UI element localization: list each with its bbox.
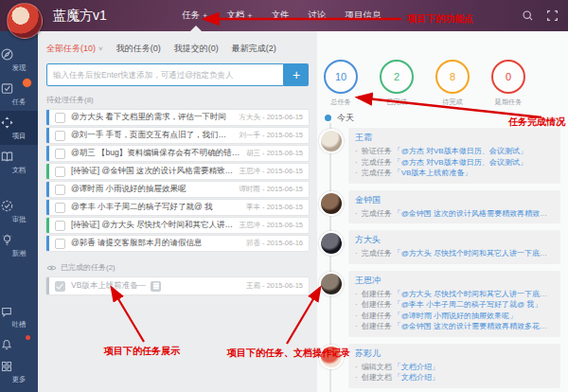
- feed-action-target[interactable]: 「@方杰 对VB版本做日历、会议测试」: [394, 147, 527, 155]
- stat-label: 总任务: [324, 98, 358, 107]
- task-row[interactable]: @刘一手 手哥，页面交互有点旧了，我们需要更新一套交互效果刘一手 - 2015-…: [46, 128, 309, 143]
- task-meta: 王思冲 - 2015-06-15: [239, 167, 303, 176]
- feed-action-verb: 完成任务: [362, 209, 392, 218]
- tab-我的任务(0)[interactable]: 我的任务(0): [116, 43, 161, 55]
- feed-action-target[interactable]: 「@金钟国 这次的设计需要精致再精致多花一点时间磨」: [394, 322, 554, 330]
- feed-user-name[interactable]: 王霜: [355, 132, 554, 144]
- app-window: 蓝魔方v1 任务+文档+文件讨论项目信息 发现任务项目文档审批新潮 吐槽更多 全…: [0, 0, 568, 392]
- new-task-input[interactable]: [46, 63, 284, 86]
- more-icon: [0, 360, 38, 373]
- sidebar-footer-item-bell[interactable]: [0, 333, 38, 355]
- feed-action-target[interactable]: 「文档介绍」: [394, 363, 439, 371]
- feed-action: ·创建任务「@谭时雨 小雨说好的抽屉效果呢」: [355, 311, 554, 322]
- avatar[interactable]: [319, 129, 344, 153]
- nav-tab-任务[interactable]: 任务+: [182, 9, 207, 22]
- task-checkbox[interactable]: [55, 131, 65, 141]
- sidebar-footer-item-更多[interactable]: 更多: [0, 355, 38, 388]
- task-row[interactable]: @郭香 请提交客服部本月的请假信息郭香 - 2015-06-16: [46, 236, 309, 251]
- sidebar-item-label: 更多: [2, 374, 37, 383]
- tasks-panel: 全部任务(10)˅我的任务(0)我提交的(0)最新完成(2) + 待处理任务(8…: [38, 31, 317, 392]
- avatar[interactable]: [319, 231, 344, 256]
- docs-icon: [0, 150, 38, 164]
- task-checkbox-checked[interactable]: [55, 281, 65, 292]
- task-checkbox[interactable]: [55, 149, 65, 159]
- task-row[interactable]: @胡三 【bug】资料编辑保存会有不明确的错误提示胡三 - 2015-06-15: [46, 146, 309, 161]
- sidebar-item-文档[interactable]: 文档: [0, 145, 38, 179]
- task-row[interactable]: @谭时雨 小雨说好的抽屉效果呢谭时雨 - 2015-06-15: [46, 182, 309, 197]
- plus-icon[interactable]: +: [203, 11, 207, 21]
- sidebar-item-任务[interactable]: 任务: [0, 77, 38, 111]
- stat-延期任务[interactable]: 0延期任务: [490, 60, 526, 107]
- sidebar-item-审批[interactable]: 审批: [0, 194, 38, 228]
- compass-icon: [0, 47, 38, 62]
- active-tab-pointer: [190, 26, 202, 31]
- task-meta: 李丰 - 2015-06-15: [246, 203, 303, 212]
- feed-action-verb: 完成任务: [362, 158, 392, 167]
- sidebar-item-发现[interactable]: 发现: [0, 43, 38, 77]
- bullet: ·: [355, 290, 358, 298]
- bullet: ·: [355, 312, 358, 320]
- task-checkbox[interactable]: [55, 239, 65, 249]
- feed-user-name[interactable]: 方大头: [355, 234, 554, 246]
- tab-最新完成(2)[interactable]: 最新完成(2): [232, 43, 276, 55]
- task-checkbox[interactable]: [55, 167, 65, 177]
- feed-action: ·完成任务「@方大头 尽快找个时间和其它人讲一下底层的架构」: [355, 248, 554, 259]
- feed-action-target[interactable]: 「@方杰 对VB版本做日历、会议测试」: [394, 158, 527, 167]
- task-row[interactable]: @方大头 看下文档里的需求，评估一下时间方大头 - 2015-06-15: [46, 110, 309, 125]
- task-checkbox[interactable]: [55, 203, 65, 213]
- task-checkbox[interactable]: [55, 113, 65, 123]
- nav-tab-文档[interactable]: 文档+: [226, 9, 252, 22]
- feed-entry: 方大头·完成任务「@方大头 尽快找个时间和其它人讲一下底层的架构」: [317, 230, 568, 264]
- task-meta: 王霜 - 2015-06-15: [246, 281, 303, 291]
- eye-icon: [46, 264, 57, 272]
- feed-action-target[interactable]: 「@金钟国 这次的设计风格需要精致再精致多花一点时间撒」: [394, 209, 554, 218]
- nav-tab-讨论[interactable]: 讨论: [309, 9, 327, 22]
- task-row[interactable]: [待验证] @方大头 尽快找个时间和其它人讲一下底层的架构王思冲 - 2015-…: [46, 218, 309, 233]
- add-task-button[interactable]: +: [284, 63, 309, 86]
- stat-总任务[interactable]: 10总任务: [323, 60, 359, 107]
- feed-user-name[interactable]: 金钟国: [355, 194, 554, 206]
- sidebar-footer-item-吐槽[interactable]: 吐槽: [0, 300, 38, 333]
- feed-action-target[interactable]: 「@谭时雨 小雨说好的抽屉效果呢」: [394, 312, 517, 320]
- avatar[interactable]: [319, 191, 344, 216]
- feed-action: ·完成任务「@方杰 对VB版本做日历、会议测试」: [355, 157, 554, 169]
- completed-task-row[interactable]: VB版本上线前准备— 王霜 - 2015-06-15: [46, 277, 309, 294]
- sidebar-item-label: 任务: [2, 97, 37, 106]
- nav-tab-文件[interactable]: 文件: [272, 9, 290, 22]
- avatar[interactable]: [319, 272, 344, 296]
- feed-card: 方大头·完成任务「@方大头 尽快找个时间和其它人讲一下底层的架构」: [348, 230, 560, 264]
- chevron-down-icon[interactable]: ˅: [98, 45, 103, 53]
- bullet: ·: [355, 209, 358, 218]
- stat-待完成[interactable]: 8待完成: [435, 60, 470, 107]
- task-title: @谭时雨 小雨说好的抽屉效果呢: [71, 184, 233, 195]
- stat-已完成[interactable]: 2已完成: [379, 60, 415, 107]
- feed-action-target[interactable]: 「VB版本上线前准备」: [394, 169, 472, 177]
- task-checkbox[interactable]: [55, 185, 65, 195]
- task-row[interactable]: @李丰 小丰子周二的稿子写好了就@ 我李丰 - 2015-06-15: [46, 200, 309, 215]
- feed-action-target[interactable]: 「@李丰 小丰子周二的稿子写好了就@ 我」: [394, 300, 542, 309]
- tab-全部任务(10)[interactable]: 全部任务(10)˅: [46, 43, 103, 55]
- search-icon[interactable]: [522, 9, 534, 22]
- feed-user-name[interactable]: 苏彩儿: [355, 347, 554, 360]
- bullet: ·: [355, 147, 358, 155]
- task-row[interactable]: [待验证] @金钟国 这次的设计风格需要精致再精致多花一点时…王思冲 - 201…: [46, 164, 309, 179]
- user-avatar[interactable]: [7, 3, 43, 39]
- plus-icon[interactable]: +: [247, 11, 252, 21]
- feed-action-target[interactable]: 「@方大头 尽快找个时间和其它人讲一下底层的架构」: [394, 249, 554, 258]
- stat-label: 待完成: [435, 98, 470, 107]
- expand-icon[interactable]: [546, 9, 559, 22]
- feed-user-name[interactable]: 王思冲: [355, 275, 554, 287]
- tasks-icon: [0, 81, 38, 96]
- task-title: @胡三 【bug】资料编辑保存会有不明确的错误提示: [71, 148, 240, 159]
- task-checkbox[interactable]: [55, 221, 65, 231]
- nav-tab-项目信息[interactable]: 项目信息: [346, 9, 382, 22]
- feed-action-target[interactable]: 「@方大头 尽快找个时间和其它人讲一下底层的架构」: [394, 290, 554, 298]
- feed-card: 金钟国·完成任务「@金钟国 这次的设计风格需要精致再精致多花一点时间撒」: [348, 190, 560, 224]
- tab-我提交的(0)[interactable]: 我提交的(0): [174, 43, 219, 55]
- sidebar-item-项目[interactable]: 项目: [0, 111, 38, 145]
- task-meta: 谭时雨 - 2015-06-15: [239, 185, 303, 194]
- feed-action-target[interactable]: 「文档介绍」: [394, 373, 439, 382]
- nav-tab-label: 文档: [226, 9, 244, 22]
- bulb-icon: [0, 233, 38, 247]
- sidebar-item-新潮[interactable]: 新潮: [0, 228, 38, 262]
